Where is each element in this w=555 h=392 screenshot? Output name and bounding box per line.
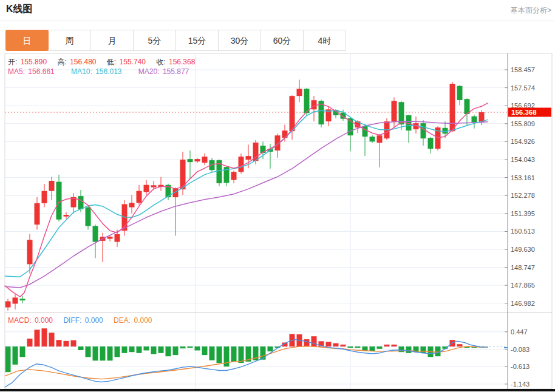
price-tick-label: 148.747 bbox=[511, 264, 535, 271]
dea-label: DEA: bbox=[114, 316, 131, 325]
macd-bar bbox=[86, 346, 91, 357]
macd-bar bbox=[224, 346, 230, 367]
high-value: 156.480 bbox=[70, 58, 96, 66]
candle-body bbox=[421, 123, 426, 138]
low-label: 低: bbox=[107, 58, 116, 66]
macd-bar bbox=[56, 340, 62, 346]
macd-bar bbox=[35, 329, 40, 346]
candle-body bbox=[78, 196, 84, 209]
macd-bar bbox=[166, 346, 171, 356]
close-value: 156.368 bbox=[169, 58, 195, 66]
macd-bar bbox=[13, 346, 18, 365]
ma10-value: 156.013 bbox=[95, 67, 121, 76]
price-tick-label: 154.926 bbox=[511, 138, 535, 145]
macd-bar bbox=[78, 346, 84, 350]
ma20-line bbox=[5, 121, 488, 288]
macd-bar bbox=[158, 346, 164, 353]
macd-label: MACD: bbox=[8, 316, 32, 325]
macd-bar bbox=[217, 346, 222, 363]
ma10-line bbox=[5, 110, 488, 277]
candle-body bbox=[312, 100, 317, 109]
ma20-value: 155.877 bbox=[163, 67, 189, 76]
candle-body bbox=[392, 101, 397, 121]
candle-body bbox=[49, 181, 55, 191]
price-tick-label: 157.574 bbox=[511, 84, 535, 92]
candle-body bbox=[428, 138, 434, 149]
candle-body bbox=[457, 86, 463, 100]
macd-bar bbox=[304, 339, 310, 346]
candle-body bbox=[370, 137, 375, 141]
candle-body bbox=[35, 203, 40, 225]
price-tick-label: 147.865 bbox=[511, 282, 535, 289]
candle-body bbox=[246, 156, 251, 160]
macd-bar bbox=[450, 340, 455, 346]
candle-body bbox=[195, 159, 200, 161]
high-label: 高: bbox=[57, 58, 66, 66]
macd-bar bbox=[107, 346, 113, 360]
macd-bar bbox=[457, 344, 463, 346]
candle-body bbox=[64, 215, 69, 217]
open-value: 155.890 bbox=[21, 58, 47, 66]
candle-body bbox=[42, 191, 47, 203]
candle-body bbox=[20, 299, 26, 300]
macd-bar bbox=[406, 346, 412, 353]
macd-bar bbox=[64, 341, 69, 346]
macd-bar bbox=[348, 346, 353, 348]
macd-tick-label: -0.083 bbox=[511, 346, 529, 353]
dea-value: 0.000 bbox=[134, 316, 152, 325]
candle-body bbox=[151, 185, 157, 187]
ma10-label: MA10: bbox=[71, 67, 92, 76]
candle-body bbox=[5, 302, 11, 308]
macd-tick-label: -0.613 bbox=[511, 363, 529, 370]
candle-body bbox=[443, 128, 448, 133]
kline-page: K线图 基本面分析> 日周月5分15分30分60分4时 158.457157.5… bbox=[0, 0, 555, 392]
macd-bar bbox=[122, 346, 128, 353]
macd-bar bbox=[202, 346, 208, 355]
macd-bar bbox=[173, 346, 179, 355]
candle-body bbox=[363, 126, 368, 137]
diff-value: 0.000 bbox=[85, 316, 103, 325]
macd-bar bbox=[144, 346, 149, 351]
tab-日[interactable]: 日 bbox=[5, 30, 49, 51]
price-tick-label: 146.982 bbox=[511, 300, 535, 307]
price-tick-label: 151.395 bbox=[511, 210, 535, 217]
candle-body bbox=[304, 89, 310, 113]
candle-body bbox=[56, 182, 62, 220]
macd-bar bbox=[93, 346, 98, 360]
open-label: 开: bbox=[8, 58, 17, 66]
candle-body bbox=[297, 89, 302, 96]
candle-body bbox=[239, 157, 244, 172]
ma5-label: MA5: bbox=[8, 67, 25, 76]
macd-bar bbox=[71, 340, 77, 346]
macd-bar bbox=[384, 345, 390, 346]
close-label: 收: bbox=[156, 58, 165, 66]
macd-bar bbox=[42, 328, 47, 346]
candle-body bbox=[377, 135, 383, 143]
macd-bar bbox=[5, 346, 11, 372]
candle-body bbox=[450, 84, 455, 131]
macd-bar bbox=[355, 346, 361, 348]
candle-body bbox=[93, 226, 98, 242]
price-tick-label: 155.809 bbox=[511, 120, 535, 127]
macd-bar bbox=[341, 345, 346, 346]
macd-tick-label: -1.143 bbox=[511, 380, 529, 388]
candle-body bbox=[129, 203, 135, 207]
candle-body bbox=[137, 191, 142, 203]
ma20-label: MA20: bbox=[138, 67, 160, 76]
macd-bar bbox=[49, 333, 55, 346]
macd-bar bbox=[100, 346, 106, 360]
macd-bar bbox=[137, 346, 142, 353]
macd-tick-label: 0.447 bbox=[511, 328, 528, 336]
ohlc-row: 开: 155.890 高: 156.480 低: 155.740 收: 156.… bbox=[8, 57, 196, 67]
price-tick-label: 154.043 bbox=[511, 156, 535, 163]
macd-bar bbox=[151, 346, 157, 354]
price-tick-label: 152.278 bbox=[511, 192, 535, 199]
macd-bar bbox=[333, 343, 339, 346]
macd-bar bbox=[392, 345, 397, 346]
macd-value: 0.000 bbox=[35, 316, 53, 325]
macd-bar bbox=[129, 346, 135, 352]
macd-bar bbox=[188, 346, 193, 348]
candle-body bbox=[399, 102, 404, 124]
ma5-line bbox=[5, 103, 488, 297]
macd-bar bbox=[268, 346, 273, 351]
